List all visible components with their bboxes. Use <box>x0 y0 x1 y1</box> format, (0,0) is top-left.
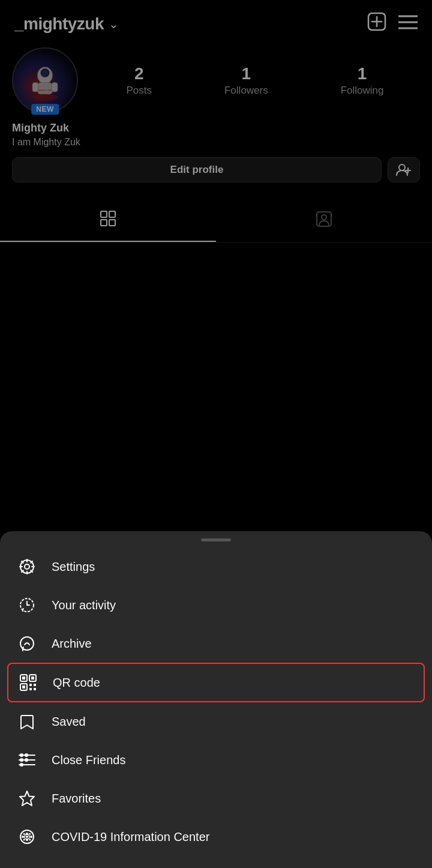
saved-label: Saved <box>52 715 86 729</box>
svg-point-61 <box>23 839 25 840</box>
favorites-icon <box>17 790 37 807</box>
menu-item-settings[interactable]: Settings <box>0 547 432 586</box>
svg-point-56 <box>30 836 32 838</box>
svg-point-47 <box>25 753 28 757</box>
covid-icon <box>17 828 37 845</box>
covid-label: COVID-19 Information Center <box>52 830 209 844</box>
qr-code-icon <box>18 674 38 692</box>
activity-label: Your activity <box>52 598 116 612</box>
svg-point-24 <box>25 564 29 569</box>
settings-icon <box>17 558 37 575</box>
drawer-handle <box>201 538 231 541</box>
svg-point-50 <box>25 758 28 762</box>
svg-point-62 <box>23 833 25 835</box>
svg-point-49 <box>20 758 23 762</box>
svg-rect-36 <box>22 677 25 680</box>
svg-marker-53 <box>20 791 34 806</box>
settings-label: Settings <box>52 560 95 574</box>
svg-point-52 <box>20 763 23 767</box>
svg-point-59 <box>29 833 31 835</box>
menu-item-covid[interactable]: COVID-19 Information Center <box>0 818 432 856</box>
menu-item-favorites[interactable]: Favorites <box>0 779 432 818</box>
archive-icon <box>17 635 37 652</box>
menu-item-activity[interactable]: Your activity <box>0 586 432 624</box>
svg-point-58 <box>22 836 24 838</box>
menu-item-saved[interactable]: Saved <box>0 702 432 741</box>
svg-rect-42 <box>34 684 36 686</box>
archive-label: Archive <box>52 637 92 651</box>
menu-item-close-friends[interactable]: Close Friends <box>0 741 432 779</box>
svg-rect-41 <box>29 684 32 686</box>
svg-rect-43 <box>29 688 32 690</box>
svg-rect-40 <box>22 686 25 689</box>
close-friends-icon <box>17 752 37 768</box>
close-friends-label: Close Friends <box>52 753 125 767</box>
bottom-drawer: Settings Your activity Archive <box>0 531 432 868</box>
qr-code-label: QR code <box>53 676 100 690</box>
favorites-label: Favorites <box>52 792 101 806</box>
activity-icon <box>17 597 37 613</box>
svg-point-46 <box>20 753 23 757</box>
svg-point-60 <box>29 839 31 840</box>
svg-rect-44 <box>34 688 36 690</box>
saved-icon <box>17 713 37 730</box>
svg-rect-38 <box>31 677 34 680</box>
menu-item-archive[interactable]: Archive <box>0 624 432 663</box>
menu-item-qr-code[interactable]: QR code <box>7 663 425 702</box>
